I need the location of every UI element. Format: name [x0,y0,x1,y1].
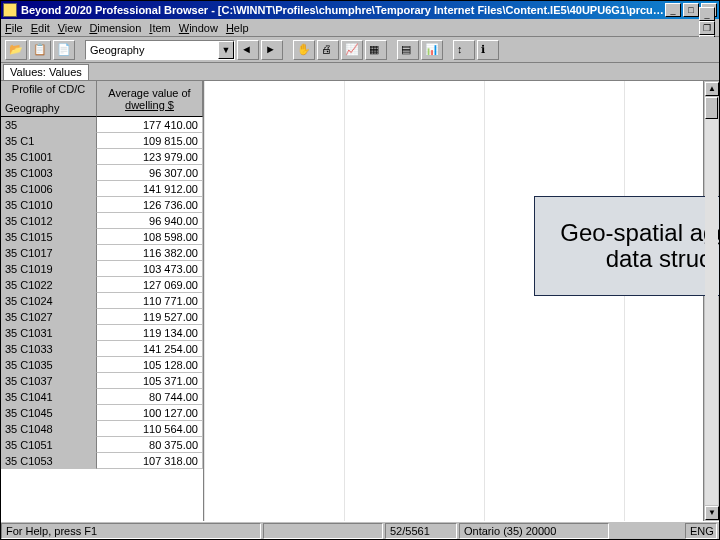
table-row[interactable]: 35 C101296 940.00 [1,213,203,229]
row-geography-cell[interactable]: 35 C1035 [1,357,97,373]
menu-window[interactable]: Window [179,22,218,34]
dimension-combo[interactable]: Geography ▼ [85,40,235,60]
next-item-button[interactable]: ► [261,40,283,60]
row-value-cell[interactable]: 123 979.00 [97,149,203,165]
table-row[interactable]: 35 C104180 744.00 [1,389,203,405]
menu-help[interactable]: Help [226,22,249,34]
row-value-cell[interactable]: 110 564.00 [97,421,203,437]
table-row[interactable]: 35 C1017116 382.00 [1,245,203,261]
row-geography-cell[interactable]: 35 C1027 [1,309,97,325]
row-geography-cell[interactable]: 35 C1 [1,133,97,149]
scroll-thumb[interactable] [705,97,718,119]
row-geography-cell[interactable]: 35 C1053 [1,453,97,469]
row-geography-cell[interactable]: 35 C1017 [1,245,97,261]
child-restore-button[interactable]: ❐ [699,21,715,35]
row-value-cell[interactable]: 119 527.00 [97,309,203,325]
row-value-cell[interactable]: 96 307.00 [97,165,203,181]
table-row[interactable]: 35 C1019103 473.00 [1,261,203,277]
open-button[interactable]: 📂 [5,40,27,60]
table-row[interactable]: 35177 410.00 [1,117,203,133]
row-geography-cell[interactable]: 35 C1045 [1,405,97,421]
child-minimize-button[interactable]: _ [699,7,715,21]
header-geography[interactable]: Profile of CD/C Geography [1,81,97,117]
chart-button[interactable]: 📈 [341,40,363,60]
table-row[interactable]: 35 C1048110 564.00 [1,421,203,437]
row-geography-cell[interactable]: 35 C1006 [1,181,97,197]
row-value-cell[interactable]: 126 736.00 [97,197,203,213]
scroll-track[interactable] [705,97,718,505]
menu-file[interactable]: File [5,22,23,34]
row-value-cell[interactable]: 109 815.00 [97,133,203,149]
bars-button[interactable]: 📊 [421,40,443,60]
prev-item-button[interactable]: ◄ [237,40,259,60]
row-geography-cell[interactable]: 35 C1041 [1,389,97,405]
row-geography-cell[interactable]: 35 C1010 [1,197,97,213]
paste-button[interactable]: 📄 [53,40,75,60]
table-row[interactable]: 35 C1053107 318.00 [1,453,203,469]
menu-dimension[interactable]: Dimension [89,22,141,34]
table-row[interactable]: 35 C105180 375.00 [1,437,203,453]
table-row[interactable]: 35 C1022127 069.00 [1,277,203,293]
row-value-cell[interactable]: 119 134.00 [97,325,203,341]
table-row[interactable]: 35 C1109 815.00 [1,133,203,149]
row-geography-cell[interactable]: 35 C1003 [1,165,97,181]
table-row[interactable]: 35 C1027119 527.00 [1,309,203,325]
row-value-cell[interactable]: 141 254.00 [97,341,203,357]
row-geography-cell[interactable]: 35 C1037 [1,373,97,389]
table-row[interactable]: 35 C1001123 979.00 [1,149,203,165]
table-row[interactable]: 35 C1037105 371.00 [1,373,203,389]
row-geography-cell[interactable]: 35 C1051 [1,437,97,453]
table-row[interactable]: 35 C1035105 128.00 [1,357,203,373]
chevron-down-icon[interactable]: ▼ [218,41,234,59]
minimize-button[interactable]: _ [665,3,681,17]
row-geography-cell[interactable]: 35 C1031 [1,325,97,341]
row-value-cell[interactable]: 110 771.00 [97,293,203,309]
tab-values[interactable]: Values: Values [3,64,89,80]
menu-edit[interactable]: Edit [31,22,50,34]
row-value-cell[interactable]: 107 318.00 [97,453,203,469]
table-row[interactable]: 35 C1033141 254.00 [1,341,203,357]
row-geography-cell[interactable]: 35 [1,117,97,133]
scroll-up-button[interactable]: ▲ [705,82,719,96]
row-geography-cell[interactable]: 35 C1001 [1,149,97,165]
row-value-cell[interactable]: 116 382.00 [97,245,203,261]
row-value-cell[interactable]: 127 069.00 [97,277,203,293]
scroll-down-button[interactable]: ▼ [705,506,719,520]
table-row[interactable]: 35 C1024110 771.00 [1,293,203,309]
sort-button[interactable]: ↕ [453,40,475,60]
row-geography-cell[interactable]: 35 C1012 [1,213,97,229]
table-row[interactable]: 35 C1015108 598.00 [1,229,203,245]
maximize-button[interactable]: □ [683,3,699,17]
row-value-cell[interactable]: 100 127.00 [97,405,203,421]
tile-button[interactable]: ▤ [397,40,419,60]
copy-button[interactable]: 📋 [29,40,51,60]
print-button[interactable]: 🖨 [317,40,339,60]
row-value-cell[interactable]: 96 940.00 [97,213,203,229]
table-row[interactable]: 35 C1006141 912.00 [1,181,203,197]
row-value-cell[interactable]: 105 371.00 [97,373,203,389]
info-button[interactable]: ℹ [477,40,499,60]
row-value-cell[interactable]: 105 128.00 [97,357,203,373]
row-geography-cell[interactable]: 35 C1015 [1,229,97,245]
row-value-cell[interactable]: 80 744.00 [97,389,203,405]
row-geography-cell[interactable]: 35 C1024 [1,293,97,309]
row-value-cell[interactable]: 108 598.00 [97,229,203,245]
row-geography-cell[interactable]: 35 C1048 [1,421,97,437]
header-value[interactable]: Average value of dwelling $ [97,81,203,117]
table-row[interactable]: 35 C1031119 134.00 [1,325,203,341]
table-row[interactable]: 35 C1010126 736.00 [1,197,203,213]
hand-tool-button[interactable]: ✋ [293,40,315,60]
row-geography-cell[interactable]: 35 C1022 [1,277,97,293]
menu-item[interactable]: Item [149,22,170,34]
table-row[interactable]: 35 C100396 307.00 [1,165,203,181]
table-row[interactable]: 35 C1045100 127.00 [1,405,203,421]
row-value-cell[interactable]: 177 410.00 [97,117,203,133]
row-value-cell[interactable]: 80 375.00 [97,437,203,453]
row-geography-cell[interactable]: 35 C1033 [1,341,97,357]
menu-view[interactable]: View [58,22,82,34]
sheet-button[interactable]: ▦ [365,40,387,60]
row-geography-cell[interactable]: 35 C1019 [1,261,97,277]
vertical-scrollbar[interactable]: ▲ ▼ [703,81,719,521]
row-value-cell[interactable]: 103 473.00 [97,261,203,277]
row-value-cell[interactable]: 141 912.00 [97,181,203,197]
